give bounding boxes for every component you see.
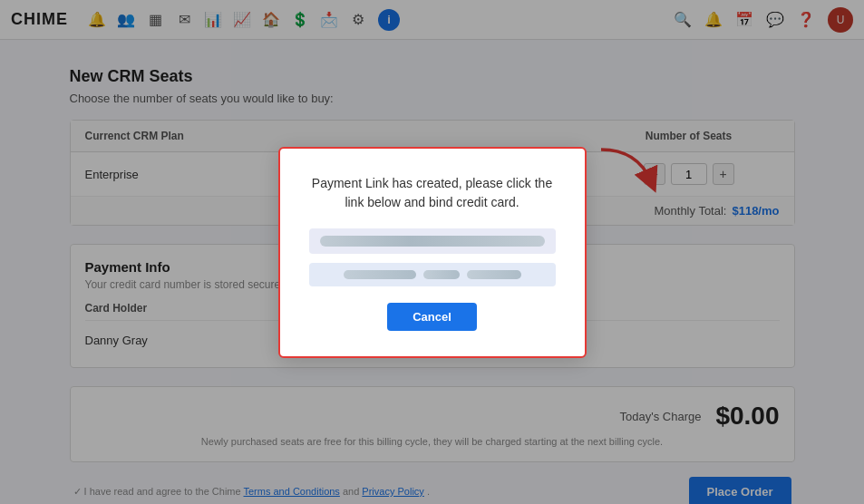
- modal-link-line-1: [320, 236, 545, 247]
- payment-link-modal: Payment Link has created, please click t…: [278, 147, 587, 358]
- modal-message: Payment Link has created, please click t…: [309, 174, 556, 212]
- modal-link-sub-block[interactable]: [309, 263, 556, 286]
- modal-cancel-button[interactable]: Cancel: [387, 303, 477, 331]
- sub-block-1: [344, 270, 416, 279]
- sub-block-2: [423, 270, 460, 279]
- sub-block-3: [467, 270, 521, 279]
- modal-link-block[interactable]: [309, 228, 556, 254]
- modal-overlay: Payment Link has created, please click t…: [0, 0, 864, 504]
